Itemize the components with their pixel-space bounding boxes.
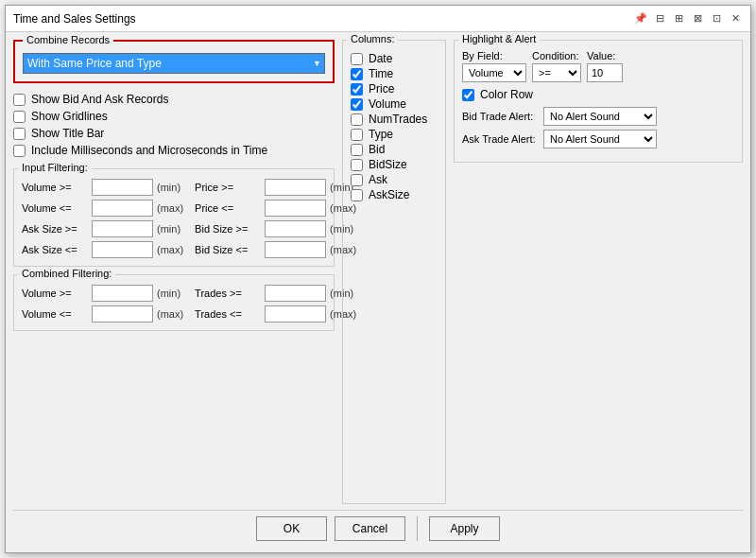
col-asksize-checkbox[interactable] — [351, 189, 363, 201]
hl-header-row: By Field: Condition: Value: — [462, 50, 734, 61]
filter-row-price-gte: Price >= (min) — [195, 179, 356, 196]
col-price-row: Price — [351, 82, 438, 96]
col-volume-row: Volume — [351, 97, 438, 111]
dialog: Time and Sales Settings 📌 ⊟ ⊞ ⊠ ⊡ ✕ Comb… — [5, 5, 751, 553]
comb-trades-gte-input[interactable] — [265, 285, 326, 302]
by-field-select[interactable]: Volume Price NumTrades — [462, 63, 526, 82]
comb-vol-lte-input[interactable] — [92, 305, 153, 323]
show-title-bar-checkbox[interactable] — [13, 128, 26, 140]
show-gridlines-label: Show Gridlines — [31, 110, 108, 123]
condition-select[interactable]: >= <= = > < — [532, 63, 581, 82]
show-gridlines-checkbox[interactable] — [13, 111, 26, 123]
col-type-row: Type — [351, 128, 438, 141]
asksize-gte-unit: (min) — [157, 223, 180, 235]
checkboxes-section: Show Bid And Ask Records Show Gridlines … — [13, 89, 335, 161]
highlight-legend: Highlight & Alert — [458, 33, 540, 44]
ask-trade-alert-select[interactable]: No Alert Sound Alert1 Alert2 — [543, 130, 657, 148]
comb-trades-lte-input[interactable] — [265, 305, 326, 323]
col-bidsize-checkbox[interactable] — [351, 159, 363, 171]
apply-separator — [417, 516, 418, 541]
col-time-label: Time — [369, 67, 393, 80]
include-milliseconds-label: Include Milliseconds and Microseconds in… — [31, 144, 267, 157]
vol-gte-input[interactable] — [92, 179, 153, 196]
extra-icon[interactable]: ⊡ — [709, 11, 724, 26]
col-date-checkbox[interactable] — [351, 53, 363, 65]
asksize-gte-label: Ask Size >= — [22, 223, 88, 235]
combine-records-select[interactable]: With Same Price and Type None With Same … — [23, 53, 325, 74]
vol-lte-input[interactable] — [92, 200, 153, 217]
price-gte-label: Price >= — [195, 182, 261, 193]
top-section: Combine Records With Same Price and Type… — [13, 40, 743, 504]
col-volume-checkbox[interactable] — [351, 98, 363, 111]
col-numtrades-checkbox[interactable] — [351, 113, 363, 126]
bidsize-lte-input[interactable] — [265, 241, 326, 258]
col-bid-label: Bid — [369, 143, 385, 156]
asksize-lte-unit: (max) — [157, 244, 183, 255]
filter-row-bidsize-lte: Bid Size <= (max) — [195, 241, 356, 258]
price-gte-input[interactable] — [265, 179, 326, 196]
cancel-button[interactable]: Cancel — [335, 516, 405, 541]
col-asksize-row: AskSize — [351, 188, 438, 201]
combine-records-content: With Same Price and Type None With Same … — [23, 53, 325, 74]
apply-button[interactable]: Apply — [429, 516, 500, 541]
combined-filtering-grid: Volume >= (min) Trades >= (min) Volume <… — [22, 285, 326, 323]
comb-vol-gte-label: Volume >= — [22, 288, 88, 299]
combine-records-legend: Combine Records — [23, 34, 113, 45]
col-ask-label: Ask — [369, 173, 387, 186]
columns-list: Date Time Price Volume — [351, 52, 438, 201]
asksize-lte-label: Ask Size <= — [22, 244, 88, 255]
title-bar: Time and Sales Settings 📌 ⊟ ⊞ ⊠ ⊡ ✕ — [6, 6, 750, 32]
asksize-gte-input[interactable] — [92, 220, 153, 237]
combined-filtering-legend: Combined Filtering: — [18, 268, 115, 279]
col-ask-checkbox[interactable] — [351, 174, 363, 186]
bid-trade-alert-select[interactable]: No Alert Sound Alert1 Alert2 — [543, 107, 657, 126]
combine-records-fieldset: Combine Records With Same Price and Type… — [13, 40, 335, 83]
right-panel: Highlight & Alert By Field: Condition: V… — [454, 40, 743, 504]
vol-lte-unit: (max) — [157, 202, 183, 214]
col-price-checkbox[interactable] — [351, 83, 363, 96]
color-row-checkbox-row: Color Row — [462, 88, 734, 101]
ok-button[interactable]: OK — [256, 516, 327, 541]
col-type-label: Type — [369, 128, 393, 141]
col-time-checkbox[interactable] — [351, 68, 363, 80]
comb-vol-lte-row: Volume <= (max) — [22, 305, 183, 323]
color-row-label: Color Row — [480, 88, 533, 101]
close-icon[interactable]: ✕ — [728, 11, 743, 26]
comb-trades-lte-row: Trades <= (max) — [195, 305, 356, 323]
color-row-checkbox[interactable] — [462, 89, 474, 101]
columns-fieldset: Columns: Date Time Price — [342, 40, 446, 504]
tile-icon[interactable]: ⊞ — [671, 11, 686, 26]
bidsize-gte-label: Bid Size >= — [195, 223, 261, 235]
value-input[interactable] — [587, 63, 623, 82]
col-bid-checkbox[interactable] — [351, 144, 363, 156]
asksize-lte-input[interactable] — [92, 241, 153, 258]
show-title-bar-label: Show Title Bar — [31, 127, 104, 140]
col-bid-row: Bid — [351, 143, 438, 156]
include-milliseconds-checkbox[interactable] — [13, 145, 26, 157]
bidsize-gte-input[interactable] — [265, 220, 326, 237]
middle-panel: Columns: Date Time Price — [342, 40, 446, 504]
by-field-header: By Field: — [462, 50, 526, 61]
checkbox-include-milliseconds: Include Milliseconds and Microseconds in… — [13, 144, 335, 157]
checkbox-show-title-bar: Show Title Bar — [13, 127, 335, 140]
filter-row-vol-gte: Volume >= (min) — [22, 179, 183, 196]
vol-gte-label: Volume >= — [22, 182, 88, 193]
col-price-label: Price — [369, 82, 394, 96]
show-bid-ask-checkbox[interactable] — [13, 94, 26, 106]
pin-icon[interactable]: 📌 — [633, 11, 648, 26]
col-bidsize-row: BidSize — [351, 158, 438, 171]
bottom-buttons: OK Cancel Apply — [13, 510, 743, 545]
col-numtrades-label: NumTrades — [369, 113, 427, 126]
columns-legend: Columns: — [347, 33, 398, 44]
minimize-icon[interactable]: ⊠ — [690, 11, 705, 26]
comb-vol-lte-label: Volume <= — [22, 308, 88, 320]
input-filtering-fieldset: Input Filtering: Volume >= (min) Price >… — [13, 168, 335, 267]
comb-vol-gte-input[interactable] — [92, 285, 153, 302]
restore-icon[interactable]: ⊟ — [652, 11, 667, 26]
bid-trade-alert-row: Bid Trade Alert: No Alert Sound Alert1 A… — [462, 107, 734, 126]
col-type-checkbox[interactable] — [351, 129, 363, 141]
input-filtering-grid: Volume >= (min) Price >= (min) Volume <= — [22, 179, 326, 258]
price-lte-input[interactable] — [265, 200, 326, 217]
value-header: Value: — [587, 50, 615, 61]
condition-header: Condition: — [532, 50, 581, 61]
